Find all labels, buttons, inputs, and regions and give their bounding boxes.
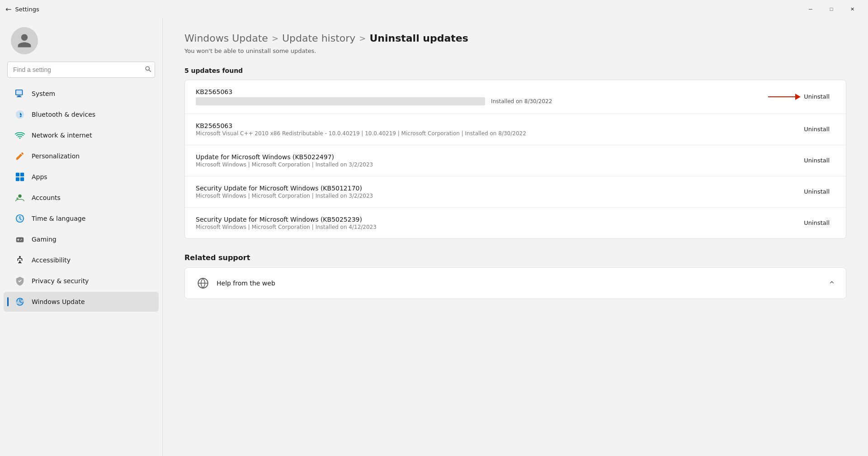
update-info-4: Security Update for Microsoft Windows (K…	[196, 185, 798, 199]
breadcrumb-sep2: >	[359, 33, 366, 43]
sidebar-item-accounts[interactable]: Accounts	[4, 188, 159, 208]
update-detail-2: Microsoft Visual C++ 2010 x86 Redistribu…	[196, 130, 798, 137]
back-icon[interactable]: ←	[5, 5, 11, 14]
user-icon	[16, 33, 33, 49]
main-content: Windows Update > Update history > Uninst…	[163, 18, 868, 456]
updates-list: KB2565063 Installed on 8/30/2022 Uninsta…	[184, 80, 846, 239]
update-detail-5: Microsoft Windows | Microsoft Corporatio…	[196, 224, 798, 230]
update-date-1: Installed on 8/30/2022	[491, 98, 552, 104]
sidebar-item-network[interactable]: Network & internet	[4, 125, 159, 145]
sidebar-item-accessibility[interactable]: Accessibility	[4, 250, 159, 270]
update-item-2: KB2565063 Microsoft Visual C++ 2010 x86 …	[185, 114, 846, 145]
search-input[interactable]	[7, 62, 155, 78]
personalization-icon	[14, 151, 25, 162]
uninstall-button-1[interactable]: Uninstall	[798, 90, 835, 103]
update-info-1: KB2565063 Installed on 8/30/2022	[196, 88, 798, 105]
apps-icon	[14, 171, 25, 182]
update-item-3: Update for Microsoft Windows (KB5022497)…	[185, 145, 846, 176]
svg-rect-6	[20, 173, 24, 176]
update-name-2: KB2565063	[196, 122, 798, 129]
related-support-title: Related support	[184, 253, 846, 262]
maximize-button[interactable]: □	[821, 2, 842, 16]
globe-icon	[196, 276, 210, 290]
sidebar-item-winupdate[interactable]: Windows Update	[4, 292, 159, 312]
svg-point-9	[18, 195, 21, 198]
support-label-web: Help from the web	[217, 280, 275, 287]
close-button[interactable]: ✕	[842, 2, 863, 16]
update-info-5: Security Update for Microsoft Windows (K…	[196, 216, 798, 230]
breadcrumb-part2[interactable]: Update history	[282, 33, 355, 44]
accessibility-icon	[14, 255, 25, 266]
update-info-3: Update for Microsoft Windows (KB5022497)…	[196, 153, 798, 168]
sidebar-item-label-apps: Apps	[32, 173, 47, 180]
svg-point-4	[19, 138, 21, 139]
search-button[interactable]	[144, 65, 151, 74]
sidebar-item-label-system: System	[32, 90, 55, 97]
privacy-icon	[14, 276, 25, 286]
system-icon	[14, 88, 25, 99]
svg-rect-2	[17, 96, 22, 97]
update-name-4: Security Update for Microsoft Windows (K…	[196, 185, 798, 192]
sidebar-item-personalization[interactable]: Personalization	[4, 146, 159, 166]
sidebar-item-label-privacy: Privacy & security	[32, 277, 89, 285]
sidebar-item-time[interactable]: Time & language	[4, 209, 159, 228]
time-icon	[14, 213, 25, 224]
sidebar-item-gaming[interactable]: Gaming	[4, 229, 159, 249]
update-item-1: KB2565063 Installed on 8/30/2022 Uninsta…	[185, 80, 846, 114]
minimize-button[interactable]: ─	[800, 2, 821, 16]
svg-point-13	[21, 239, 22, 240]
update-detail-4: Microsoft Windows | Microsoft Corporatio…	[196, 193, 798, 199]
sidebar-item-privacy[interactable]: Privacy & security	[4, 271, 159, 291]
update-detail-3: Microsoft Windows | Microsoft Corporatio…	[196, 162, 798, 168]
search-icon	[144, 65, 151, 72]
sidebar-item-label-gaming: Gaming	[32, 236, 57, 243]
svg-rect-8	[20, 177, 24, 181]
sidebar-item-label-accounts: Accounts	[32, 194, 61, 201]
sidebar: System Bluetooth & devices Network &	[0, 18, 163, 456]
window-controls: ─ □ ✕	[800, 2, 863, 16]
title-bar: ← Settings ─ □ ✕	[0, 0, 868, 18]
title-bar-left: ← Settings	[5, 5, 39, 14]
sidebar-item-label-time: Time & language	[32, 215, 85, 222]
support-item-web[interactable]: Help from the web	[185, 268, 846, 299]
sidebar-item-apps[interactable]: Apps	[4, 167, 159, 187]
avatar	[11, 27, 38, 54]
chevron-up-icon	[829, 279, 835, 287]
sidebar-item-label-winupdate: Windows Update	[32, 298, 85, 305]
update-info-2: KB2565063 Microsoft Visual C++ 2010 x86 …	[196, 122, 798, 137]
svg-rect-1	[18, 96, 21, 97]
sidebar-item-label-bluetooth: Bluetooth & devices	[32, 111, 95, 118]
update-item-5: Security Update for Microsoft Windows (K…	[185, 208, 846, 238]
accounts-icon	[14, 192, 25, 203]
breadcrumb-part1[interactable]: Windows Update	[184, 33, 268, 44]
uninstall-button-3[interactable]: Uninstall	[798, 154, 835, 166]
update-name-1: KB2565063	[196, 88, 798, 95]
svg-point-15	[19, 256, 21, 258]
update-bar-1	[196, 97, 485, 105]
breadcrumb: Windows Update > Update history > Uninst…	[184, 33, 846, 44]
update-detail-1: Installed on 8/30/2022	[196, 96, 798, 105]
search-box[interactable]	[7, 62, 155, 78]
app-body: System Bluetooth & devices Network &	[0, 18, 868, 456]
update-item-4: Security Update for Microsoft Windows (K…	[185, 176, 846, 208]
bluetooth-icon	[14, 109, 25, 120]
uninstall-button-2[interactable]: Uninstall	[798, 123, 835, 135]
support-card: Help from the web	[184, 267, 846, 299]
window-title: Settings	[15, 6, 39, 13]
sidebar-item-label-network: Network & internet	[32, 132, 92, 139]
arrow-line	[768, 96, 795, 97]
sidebar-item-label-personalization: Personalization	[32, 152, 80, 160]
gaming-icon	[14, 234, 25, 245]
svg-rect-7	[16, 177, 19, 181]
updates-count: 5 updates found	[184, 67, 846, 74]
breadcrumb-sep1: >	[272, 33, 278, 43]
uninstall-button-5[interactable]: Uninstall	[798, 217, 835, 229]
arrow-annotation	[768, 94, 801, 100]
update-name-3: Update for Microsoft Windows (KB5022497)	[196, 153, 798, 161]
arrow-head	[795, 94, 801, 100]
uninstall-button-4[interactable]: Uninstall	[798, 185, 835, 198]
user-profile[interactable]	[0, 18, 162, 62]
sidebar-item-system[interactable]: System	[4, 84, 159, 104]
sidebar-item-bluetooth[interactable]: Bluetooth & devices	[4, 104, 159, 124]
network-icon	[14, 130, 25, 141]
